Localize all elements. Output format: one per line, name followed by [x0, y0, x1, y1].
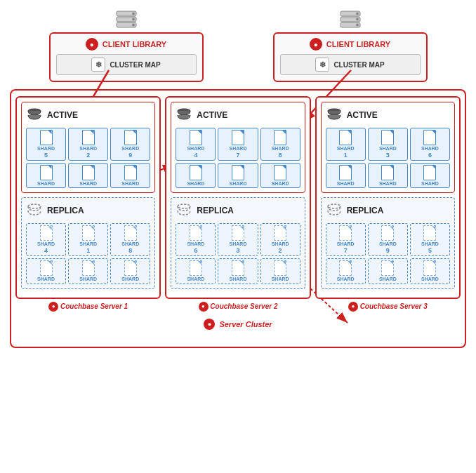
replica-doc-icon [274, 260, 286, 276]
replica-shard-item: SHARD [326, 258, 366, 284]
db-icon-replica-2 [176, 202, 192, 219]
replica-shard-item: SHARD 8 [110, 223, 150, 256]
doc-icon [232, 130, 244, 145]
cluster-label: ● Server Cluster [15, 319, 461, 330]
replica-shard-item: SHARD [260, 258, 300, 284]
db-icon-replica-3 [326, 202, 343, 219]
replica-shard-item: SHARD 4 [26, 223, 66, 256]
map-icon-2: ❄ [315, 58, 329, 72]
svg-point-10 [132, 18, 135, 21]
svg-point-9 [132, 13, 135, 15]
shard-item: SHARD 2 [68, 128, 108, 161]
shard-item: SHARD [176, 163, 216, 189]
doc-icon [40, 130, 53, 145]
shard-item: SHARD [26, 163, 66, 189]
replica-shard-item: SHARD 5 [410, 223, 450, 256]
db-icon-active-3 [326, 107, 343, 124]
replica-doc-icon [339, 225, 352, 241]
server-label-3: ● Couchbase Server 3 [317, 302, 459, 312]
cb-logo-2: ● [310, 38, 322, 51]
svg-point-17 [356, 24, 359, 27]
replica-title-3: REPLICA [326, 202, 450, 219]
replica-doc-icon [274, 225, 286, 241]
cb-logo-server2: ● [199, 302, 209, 312]
doc-icon [274, 130, 286, 145]
replica-shard-item: SHARD [26, 258, 66, 284]
svg-point-19 [28, 204, 41, 208]
server-box-3: ACTIVE SHARD 1 SHARD 3 [315, 96, 461, 299]
client-lib-box-1: ● CLIENT LIBRARY ❄ CLUSTER MAP [49, 32, 204, 82]
active-title-2: ACTIVE [176, 107, 300, 124]
server-cluster: ACTIVE SHARD 5 SHARD 2 [10, 89, 466, 348]
doc-icon [232, 165, 244, 180]
cb-logo-1: ● [86, 38, 98, 51]
shard-item: SHARD [410, 163, 450, 189]
replica-doc-icon [190, 225, 202, 241]
active-shards-1: SHARD 5 SHARD 2 SHARD 9 [26, 128, 150, 188]
server-label-2: ● Couchbase Server 2 [166, 302, 309, 312]
replica-shards-3: SHARD 7 SHARD 9 SHARD 5 [326, 223, 450, 284]
cluster-map-box-1: ❄ CLUSTER MAP [56, 54, 197, 75]
replica-doc-icon [423, 225, 436, 241]
replica-doc-icon [124, 260, 137, 276]
replica-section-2: REPLICA SHARD 6 SHARD 3 [171, 197, 305, 288]
shard-item: SHARD [218, 163, 258, 189]
replica-shard-item: SHARD [218, 258, 258, 284]
replica-doc-icon [232, 260, 244, 276]
replica-doc-icon [124, 225, 137, 241]
doc-icon [274, 165, 286, 180]
doc-icon [124, 165, 137, 180]
client-library-2: ● CLIENT LIBRARY ❄ CLUSTER MAP [273, 7, 428, 82]
shard-item: SHARD [260, 163, 300, 189]
shard-item: SHARD 7 [218, 128, 258, 161]
doc-icon [190, 130, 202, 145]
shard-item: SHARD 5 [26, 128, 66, 161]
active-section-1: ACTIVE SHARD 5 SHARD 2 [21, 102, 155, 193]
doc-icon [82, 130, 95, 145]
replica-shard-item: SHARD [410, 258, 450, 284]
cb-logo-server1: ● [48, 302, 58, 312]
shard-item: SHARD [326, 163, 366, 189]
server-icon-right [338, 7, 363, 32]
doc-icon [381, 130, 394, 145]
replica-title-1: REPLICA [26, 202, 150, 219]
doc-icon [339, 165, 352, 180]
doc-icon [40, 165, 53, 180]
active-shards-2: SHARD 4 SHARD 7 SHARD 8 [176, 128, 300, 188]
replica-shard-item: SHARD 1 [68, 223, 108, 256]
doc-icon [190, 165, 202, 180]
db-icon-active-2 [176, 107, 192, 124]
active-section-3: ACTIVE SHARD 1 SHARD 3 [321, 102, 455, 193]
db-icon-replica-1 [26, 202, 43, 219]
client-lib-title-2: ● CLIENT LIBRARY [280, 38, 421, 51]
replica-doc-icon [339, 260, 352, 276]
shard-item: SHARD 9 [110, 128, 150, 161]
replica-shards-2: SHARD 6 SHARD 3 SHARD 2 [176, 223, 300, 284]
shard-item: SHARD 4 [176, 128, 216, 161]
replica-doc-icon [82, 225, 95, 241]
client-lib-box-2: ● CLIENT LIBRARY ❄ CLUSTER MAP [273, 32, 428, 82]
replica-doc-icon [232, 225, 244, 241]
doc-icon [423, 165, 436, 180]
svg-point-21 [178, 204, 190, 208]
replica-section-1: REPLICA SHARD 4 SHARD 1 [21, 197, 155, 288]
doc-icon [124, 130, 137, 145]
replica-shard-item: SHARD 2 [260, 223, 300, 256]
svg-point-15 [356, 13, 359, 15]
replica-shard-item: SHARD 6 [176, 223, 216, 256]
replica-shard-item: SHARD [110, 258, 150, 284]
svg-point-23 [328, 204, 341, 208]
replica-doc-icon [82, 260, 95, 276]
active-title-1: ACTIVE [26, 107, 150, 124]
doc-icon [82, 165, 95, 180]
shard-item: SHARD [68, 163, 108, 189]
replica-doc-icon [40, 225, 53, 241]
replica-section-3: REPLICA SHARD 7 SHARD 9 [321, 197, 455, 288]
replica-doc-icon [381, 225, 394, 241]
doc-icon [381, 165, 394, 180]
replica-title-2: REPLICA [176, 202, 300, 219]
server-box-1: ACTIVE SHARD 5 SHARD 2 [15, 96, 161, 299]
active-shards-3: SHARD 1 SHARD 3 SHARD 6 [326, 128, 450, 188]
shard-item: SHARD 3 [368, 128, 408, 161]
replica-shard-item: SHARD 9 [368, 223, 408, 256]
